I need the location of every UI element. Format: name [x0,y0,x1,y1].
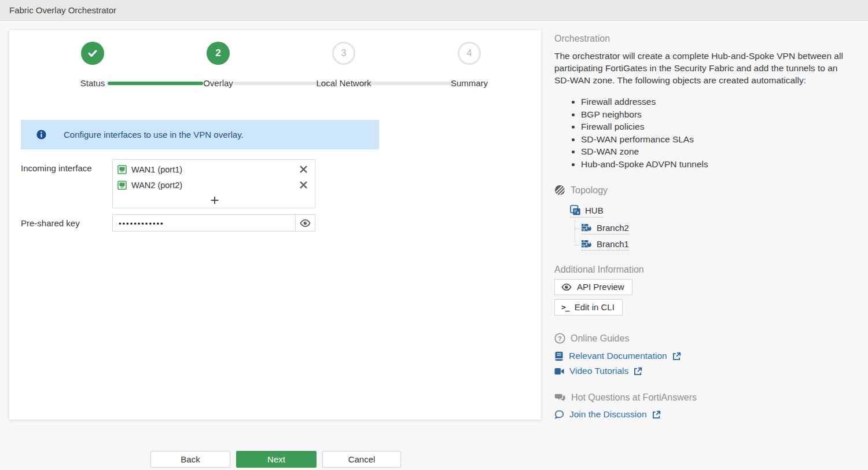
topology-node-branch1[interactable]: Branch1 [582,239,629,251]
fabric-overlay-orchestrator-page: Fabric Overlay Orchestrator 2 3 4 Status [0,0,868,470]
remove-interface-icon[interactable] [300,181,311,189]
svg-text:?: ? [558,335,562,342]
external-link-icon [672,352,681,361]
api-preview-button[interactable]: API Preview [554,279,632,295]
topology-node-branch2[interactable]: Branch2 [582,223,629,234]
external-link-icon [652,410,661,419]
external-link-icon [634,367,642,376]
created-objects-list: Firewall addresses BGP neighbors Firewal… [554,96,858,170]
check-icon [86,47,99,60]
back-button[interactable]: Back [150,451,230,468]
fabric-topology-icon [554,185,565,196]
step-4-summary-circle[interactable]: 4 [458,42,481,65]
step-2-overlay-circle[interactable]: 2 [207,42,230,65]
edit-in-cli-label: Edit in CLI [575,302,615,312]
page-title: Fabric Overlay Orchestrator [9,5,116,15]
topology-node-label: HUB [585,205,604,215]
speech-bubble-icon [554,410,564,420]
video-tutorials-link[interactable]: Video Tutorials [554,366,858,376]
toggle-password-visibility-button[interactable] [295,214,315,232]
question-circle-icon: ? [554,333,565,344]
app-header: Fabric Overlay Orchestrator [0,0,868,21]
step-4-label: Summary [417,78,521,88]
step-1-label: Status [41,78,145,88]
info-icon [36,130,46,139]
fortianswers-section-header: Hot Questions at FortiAnswers [554,392,858,403]
incoming-interface-label: Incoming interface [21,163,92,173]
interface-entry[interactable]: WAN2 (port2) [117,177,311,193]
firewall-device-icon [582,240,593,248]
firewall-device-icon [582,223,593,232]
tree-connector-line [575,221,575,243]
list-item: BGP neighbors [581,108,858,121]
additional-information-heading: Additional Information [554,265,858,275]
relevant-documentation-link[interactable]: Relevant Documentation [554,351,858,361]
list-item: Firewall policies [581,120,858,133]
step-number: 2 [215,47,220,59]
step-number: 4 [467,48,472,58]
api-preview-label: API Preview [577,282,624,292]
book-icon [554,351,564,361]
edit-in-cli-button[interactable]: >_ Edit in CLI [554,299,623,315]
info-banner: Configure interfaces to use in the VPN o… [21,120,379,149]
eye-icon [300,219,311,227]
link-label: Relevant Documentation [569,351,667,361]
topology-section-header: Topology [554,185,858,196]
incoming-interface-list: WAN1 (port1) WAN2 (port2) [112,159,315,208]
step-1-status-circle[interactable] [81,42,104,65]
video-camera-icon [554,368,564,375]
info-banner-text: Configure interfaces to use in the VPN o… [64,130,244,139]
link-label: Join the Discussion [569,409,647,420]
pre-shared-key-input[interactable]: •••••••••••• [112,214,296,232]
hub-device-icon [570,205,581,216]
ethernet-port-icon [117,181,127,190]
plus-icon [211,196,219,204]
next-button[interactable]: Next [236,451,317,468]
link-label: Video Tutorials [569,366,628,376]
step-2-label: Overlay [166,78,270,88]
add-interface-button[interactable] [117,193,311,207]
topology-tree: HUB Branch2 [570,205,858,251]
cancel-button[interactable]: Cancel [322,451,401,468]
fortianswers-heading: Hot Questions at FortiAnswers [571,392,697,403]
orchestration-heading: Orchestration [554,34,858,44]
topology-heading: Topology [571,185,608,196]
ethernet-port-icon [117,165,127,174]
online-guides-heading: Online Guides [571,333,629,344]
step-number: 3 [341,48,347,58]
remove-interface-icon[interactable] [300,166,311,173]
eye-icon [561,284,572,291]
topology-node-label: Branch1 [597,239,629,249]
help-sidebar: Orchestration The orchestrator will crea… [554,30,858,420]
list-item: SD-WAN zone [581,145,858,158]
topology-node-hub[interactable]: HUB [570,205,604,218]
list-item: SD-WAN performance SLAs [581,133,858,146]
cli-icon: >_ [561,303,569,311]
tree-connector-stub [575,229,580,229]
chat-bubbles-icon [554,394,566,402]
interface-name: WAN1 (port1) [131,165,300,174]
wizard-card: 2 3 4 Status Overlay Local Network Summa… [9,30,541,420]
pre-shared-key-label: Pre-shared key [21,218,80,228]
step-3-local-network-circle[interactable]: 3 [332,42,355,65]
list-item: Firewall addresses [581,96,858,108]
tree-connector-stub [575,245,580,245]
step-3-label: Local Network [292,78,396,88]
join-discussion-link[interactable]: Join the Discussion [554,409,858,420]
interface-entry[interactable]: WAN1 (port1) [117,161,311,177]
topology-node-label: Branch2 [597,223,629,233]
orchestration-description: The orchestrator will create a complete … [554,50,851,86]
interface-name: WAN2 (port2) [131,181,300,190]
list-item: Hub-and-Spoke ADVPN tunnels [581,158,858,171]
online-guides-section-header: ? Online Guides [554,333,858,344]
